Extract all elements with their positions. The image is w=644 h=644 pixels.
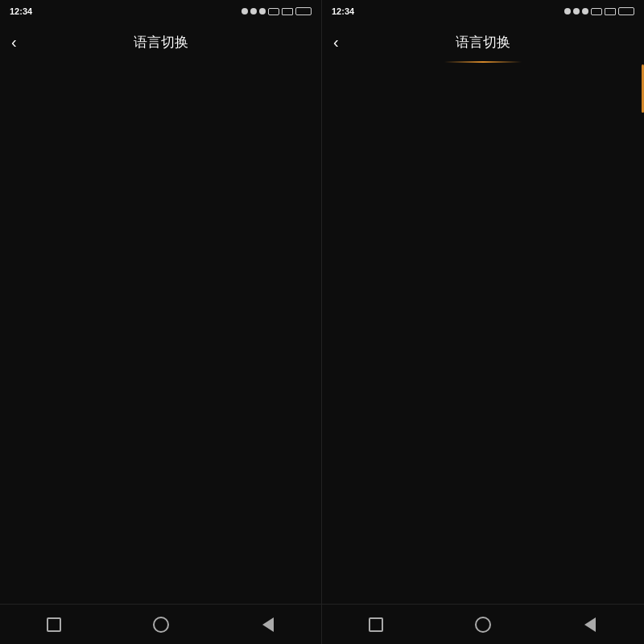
left-status-icons — [242, 7, 312, 15]
right-back-button[interactable]: ‹ — [333, 34, 339, 50]
circle-icon — [153, 617, 169, 633]
right-page-title: 语言切换 — [456, 33, 510, 52]
r-status-icon-3 — [582, 8, 588, 14]
right-status-time: 12:34 — [332, 6, 354, 16]
right-nav-square-button[interactable] — [365, 613, 387, 636]
triangle-icon — [262, 617, 274, 632]
battery-icon — [295, 7, 312, 15]
r-triangle-icon — [584, 617, 596, 632]
right-nav-back-button[interactable] — [579, 613, 601, 636]
wifi-icon — [268, 8, 279, 15]
left-back-button[interactable]: ‹ — [11, 34, 17, 50]
left-page-title: 语言切换 — [134, 33, 188, 52]
status-icon-3 — [259, 8, 266, 14]
right-status-icons — [564, 7, 634, 15]
left-nav-back-button[interactable] — [257, 613, 279, 636]
left-nav-circle-button[interactable] — [150, 613, 172, 636]
right-status-bar: 12:34 — [322, 0, 644, 23]
left-nav-square-button[interactable] — [43, 613, 65, 636]
r-status-icon-2 — [573, 8, 580, 14]
right-header: ‹ 语言切换 — [322, 23, 644, 61]
r-wifi-icon — [591, 8, 602, 15]
left-header: ‹ 语言切换 — [0, 23, 321, 61]
left-status-time: 12:34 — [10, 6, 32, 16]
right-nav-circle-button[interactable] — [472, 613, 494, 636]
left-status-bar: 12:34 — [0, 0, 321, 23]
r-signal-icon — [605, 8, 616, 15]
r-square-icon — [369, 617, 383, 632]
left-language-list — [0, 61, 321, 604]
r-battery-icon — [618, 7, 634, 15]
right-phone-panel: 12:34 ‹ 语言切换 — [322, 0, 644, 644]
square-icon — [47, 617, 61, 632]
right-language-list — [322, 63, 644, 604]
signal-icon — [282, 8, 293, 15]
right-nav-bar — [322, 604, 644, 644]
status-icon-1 — [242, 8, 248, 14]
status-icon-2 — [250, 8, 257, 14]
r-circle-icon — [475, 617, 491, 633]
left-nav-bar — [0, 604, 321, 644]
left-phone-panel: 12:34 ‹ 语言切换 — [0, 0, 322, 644]
r-status-icon-1 — [564, 8, 571, 14]
